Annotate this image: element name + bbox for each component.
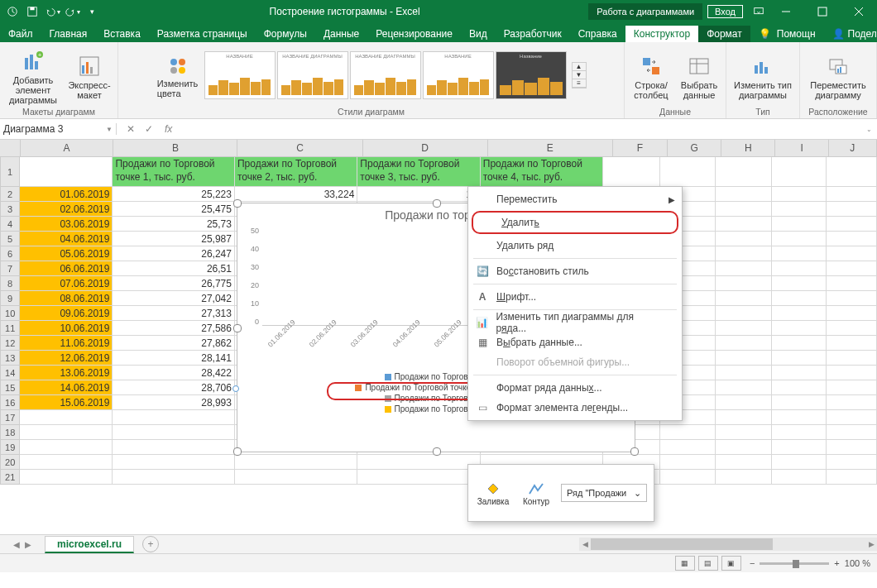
ctx-delete[interactable]: Удалить xyxy=(473,213,677,232)
group-data-label: Данные xyxy=(659,107,691,118)
quick-layout-button[interactable]: Экспресс- макет xyxy=(66,50,113,100)
svg-rect-10 xyxy=(35,61,38,69)
ctx-reset-style[interactable]: 🔄Восстановить стиль xyxy=(468,261,682,281)
column-headers[interactable]: ABCDEFGHIJ xyxy=(0,140,877,157)
tab-developer[interactable]: Разработчик xyxy=(496,26,570,42)
svg-rect-28 xyxy=(764,67,768,74)
normal-view-button[interactable]: ▦ xyxy=(675,556,695,571)
group-layouts-label: Макеты диаграмм xyxy=(22,107,95,118)
svg-text:+: + xyxy=(38,51,42,59)
ctx-delete-series[interactable]: Удалить ряд xyxy=(468,236,682,256)
select-all-corner[interactable] xyxy=(0,140,21,156)
tab-pagelayout[interactable]: Разметка страницы xyxy=(149,26,256,42)
highlight-selected-legend xyxy=(327,382,476,400)
svg-rect-16 xyxy=(90,67,93,74)
zoom-level[interactable]: 100 % xyxy=(845,558,870,568)
ribbon-options-icon[interactable] xyxy=(750,2,768,21)
autosave-icon[interactable] xyxy=(3,2,22,21)
svg-rect-31 xyxy=(837,69,839,73)
quick-access-toolbar: ▾ ▾ ▾ xyxy=(0,2,101,21)
undo-icon[interactable]: ▾ xyxy=(43,2,61,21)
login-button[interactable]: Вход xyxy=(707,5,743,18)
status-bar: ▦ ▤ ▣ − + 100 % xyxy=(0,553,877,572)
titlebar: ▾ ▾ ▾ Построение гистограммы - Excel Раб… xyxy=(0,0,877,23)
gallery-scroll[interactable]: ▲▼≡ xyxy=(572,62,587,88)
outline-button[interactable]: Контур xyxy=(518,480,554,506)
bulb-icon: 💡 xyxy=(759,28,771,40)
close-button[interactable] xyxy=(841,0,877,23)
svg-rect-15 xyxy=(86,62,89,74)
svg-rect-9 xyxy=(30,55,33,69)
minimize-button[interactable] xyxy=(768,0,804,23)
svg-rect-26 xyxy=(755,65,758,74)
tab-home[interactable]: Главная xyxy=(41,26,96,42)
cancel-icon[interactable]: ✕ xyxy=(127,123,135,135)
chart-icon: 📊 xyxy=(475,317,489,328)
change-chart-type-button[interactable]: Изменить тип диаграммы xyxy=(731,50,794,100)
chart-y-axis: 50403020100 xyxy=(251,227,262,326)
fx-icon[interactable]: fx xyxy=(165,123,172,135)
tab-formulas[interactable]: Формулы xyxy=(256,26,315,42)
ctx-move[interactable]: Переместить▶ xyxy=(468,189,682,209)
maximize-button[interactable] xyxy=(804,0,841,23)
group-location-label: Расположение xyxy=(808,107,867,118)
sheet-tab[interactable]: microexcel.ru xyxy=(45,536,134,553)
svg-rect-5 xyxy=(818,7,827,16)
tab-insert[interactable]: Вставка xyxy=(95,26,149,42)
ctx-select-data[interactable]: ▦Выбрать данные... xyxy=(468,332,682,352)
context-menu: Переместить▶ Удалить Удалить ряд 🔄Восста… xyxy=(467,186,683,421)
svg-point-17 xyxy=(170,59,177,65)
tab-review[interactable]: Рецензирование xyxy=(367,26,461,42)
mini-toolbar: Заливка Контур Ряд "Продажи⌄ xyxy=(467,464,654,522)
tab-view[interactable]: Вид xyxy=(461,26,496,42)
svg-point-19 xyxy=(170,67,177,74)
ctx-change-type[interactable]: 📊Изменить тип диаграммы для ряда... xyxy=(468,313,682,332)
ctx-format-series[interactable]: Формат ряда данных... xyxy=(468,378,682,398)
add-chart-element-button[interactable]: +Добавить элемент диаграммы xyxy=(5,45,61,105)
tab-nav-prev[interactable]: ◀ xyxy=(13,540,20,549)
pagelayout-view-button[interactable]: ▤ xyxy=(698,556,718,571)
series-selector[interactable]: Ряд "Продажи⌄ xyxy=(561,484,647,502)
ctx-format-legend[interactable]: ▭Формат элемента легенды... xyxy=(468,398,682,418)
tab-nav-next[interactable]: ▶ xyxy=(25,540,31,549)
worksheet[interactable]: ABCDEFGHIJ 1Продажи по Торговой точке 1,… xyxy=(0,140,877,534)
font-icon: A xyxy=(475,291,490,303)
change-colors-button[interactable]: Изменить цвета xyxy=(156,52,199,98)
move-chart-button[interactable]: Переместить диаграмму xyxy=(805,50,871,100)
legend-icon: ▭ xyxy=(475,402,490,414)
name-box[interactable]: Диаграмма 3▼ xyxy=(0,123,117,135)
zoom-slider[interactable] xyxy=(760,562,829,565)
tab-file[interactable]: Файл xyxy=(0,26,41,42)
zoom-out-button[interactable]: − xyxy=(750,558,755,568)
svg-rect-2 xyxy=(30,7,34,11)
zoom-in-button[interactable]: + xyxy=(834,558,839,568)
table-icon: ▦ xyxy=(475,337,490,348)
tab-design[interactable]: Конструктор xyxy=(625,26,698,42)
horizontal-scrollbar[interactable]: ◀▶ xyxy=(579,538,877,551)
qat-customize-icon[interactable]: ▾ xyxy=(83,2,101,21)
enter-icon[interactable]: ✓ xyxy=(145,123,153,135)
redo-icon[interactable]: ▾ xyxy=(63,2,81,21)
chart-styles-gallery[interactable]: НАЗВАНИЕ НАЗВАНИЕ ДИАГРАММЫ НАЗВАНИЕ ДИА… xyxy=(204,51,567,99)
svg-rect-8 xyxy=(25,58,28,69)
ribbon: +Добавить элемент диаграммы Экспресс- ма… xyxy=(0,42,877,119)
ribbon-tabs: Файл Главная Вставка Разметка страницы Ф… xyxy=(0,23,877,42)
contextual-tab-header: Работа с диаграммами xyxy=(588,3,702,20)
switch-rowcol-button[interactable]: Строка/ столбец xyxy=(630,50,673,100)
fill-button[interactable]: Заливка xyxy=(475,480,511,506)
select-data-button[interactable]: Выбрать данные xyxy=(678,50,721,100)
svg-point-20 xyxy=(179,67,185,74)
group-type-label: Тип xyxy=(755,107,770,118)
ctx-font[interactable]: AШрифт... xyxy=(468,287,682,307)
tab-help[interactable]: Справка xyxy=(570,26,625,42)
tab-data[interactable]: Данные xyxy=(315,26,367,42)
save-icon[interactable] xyxy=(23,2,41,21)
svg-rect-32 xyxy=(840,67,841,73)
pagebreak-view-button[interactable]: ▣ xyxy=(721,556,741,571)
share-button[interactable]: 👤Поделиться xyxy=(824,26,877,42)
add-sheet-button[interactable]: + xyxy=(142,536,159,552)
tab-format[interactable]: Формат xyxy=(698,26,750,42)
fx-expand-icon[interactable]: ⌄ xyxy=(861,126,877,133)
tell-me[interactable]: 💡Помощн xyxy=(750,26,824,42)
group-styles-label: Стили диаграмм xyxy=(338,107,405,118)
